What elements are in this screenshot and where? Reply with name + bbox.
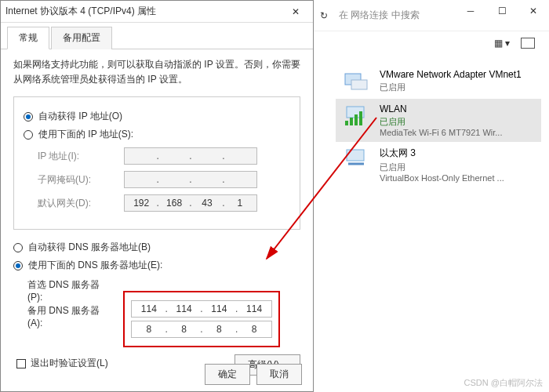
radio-ip-auto[interactable]: 自动获得 IP 地址(O) (24, 110, 290, 123)
details-pane-icon[interactable] (521, 38, 535, 49)
radio-dns-manual[interactable]: 使用下面的 DNS 服务器地址(E): (13, 259, 300, 272)
ip-group: 自动获得 IP 地址(O) 使用下面的 IP 地址(S): IP 地址(I):.… (13, 96, 300, 230)
wifi-icon (342, 103, 372, 129)
ip-address-label: IP 地址(I): (38, 150, 124, 163)
close-icon[interactable]: ✕ (283, 2, 308, 21)
subnet-mask-label: 子网掩码(U): (38, 173, 124, 187)
ethernet-icon (342, 147, 372, 172)
radio-icon (13, 261, 23, 270)
adapter-icon (342, 69, 372, 94)
dns-pref-input[interactable]: 114.114.114.114 (131, 300, 272, 318)
adapter-status: 已启用 (380, 116, 535, 128)
tab-alternate[interactable]: 备用配置 (51, 27, 112, 49)
adapter-status: 已启用 (380, 82, 535, 93)
radio-icon (24, 112, 33, 122)
dns-alt-input[interactable]: 8.8.8.8 (131, 321, 272, 338)
svg-rect-3 (345, 121, 348, 125)
network-adapter-item-selected[interactable]: WLAN 已启用 MediaTek Wi-Fi 6 MT7921 Wir... (336, 99, 541, 142)
dialog-tabs: 常规 备用配置 (1, 26, 313, 49)
tab-general[interactable]: 常规 (7, 27, 49, 49)
adapter-status: 已启用 (380, 162, 535, 173)
minimize-icon[interactable]: ─ (455, 0, 486, 22)
dns-pref-label: 首选 DNS 服务器(P): (27, 278, 114, 303)
svg-rect-4 (350, 118, 353, 125)
ip-address-input: ... (124, 147, 257, 165)
network-adapter-item[interactable]: VMware Network Adapter VMnet1 已启用 (336, 64, 541, 99)
checkbox-icon (16, 359, 26, 368)
adapter-device: MediaTek Wi-Fi 6 MT7921 Wir... (380, 128, 535, 137)
dialog-description: 如果网络支持此功能，则可以获取自动指派的 IP 设置。否则，你需要从网络系统管理… (13, 57, 300, 87)
radio-icon (13, 243, 23, 252)
dns-alt-label: 备用 DNS 服务器(A): (27, 304, 114, 328)
radio-dns-auto[interactable]: 自动获得 DNS 服务器地址(B) (13, 241, 300, 254)
svg-rect-5 (354, 114, 358, 125)
window-close-icon[interactable]: ✕ (518, 0, 549, 22)
watermark: CSDN @白帽阿尔法 (464, 377, 543, 389)
dialog-title: Internet 协议版本 4 (TCP/IPv4) 属性 (5, 5, 283, 18)
refresh-icon[interactable]: ↻ (320, 10, 328, 21)
radio-ip-manual[interactable]: 使用下面的 IP 地址(S): (24, 128, 290, 141)
dns-highlight-box: 114.114.114.114 8.8.8.8 (123, 291, 280, 347)
cancel-button[interactable]: 取消 (256, 364, 302, 385)
ok-button[interactable]: 确定 (205, 364, 250, 385)
network-adapter-item[interactable]: 以太网 3 已启用 VirtualBox Host-Only Ethernet … (336, 142, 541, 187)
ipv4-properties-dialog: Internet 协议版本 4 (TCP/IPv4) 属性 ✕ 常规 备用配置 … (0, 0, 314, 392)
svg-rect-7 (347, 150, 364, 161)
adapter-name: VMware Network Adapter VMnet1 (380, 69, 535, 80)
view-icon[interactable]: ▦ ▾ (494, 38, 510, 49)
gateway-input: 192.168.43.1 (124, 194, 257, 212)
svg-rect-1 (351, 80, 367, 89)
adapter-name: WLAN (380, 103, 535, 114)
radio-icon (24, 130, 33, 140)
adapter-name: 以太网 3 (380, 147, 535, 160)
network-connections-list: VMware Network Adapter VMnet1 已启用 WLAN 已… (336, 64, 541, 187)
dialog-title-bar: Internet 协议版本 4 (TCP/IPv4) 属性 ✕ (1, 1, 313, 23)
maximize-icon[interactable]: ☐ (486, 0, 518, 22)
gateway-label: 默认网关(D): (38, 197, 124, 210)
svg-rect-6 (359, 111, 362, 125)
explorer-toolbar: ▦ ▾ (314, 31, 549, 55)
adapter-device: VirtualBox Host-Only Ethernet ... (380, 173, 535, 183)
explorer-topbar: ↻ 在 网络连接 中搜索 ─ ☐ ✕ (314, 0, 549, 31)
subnet-mask-input: ... (124, 171, 257, 188)
